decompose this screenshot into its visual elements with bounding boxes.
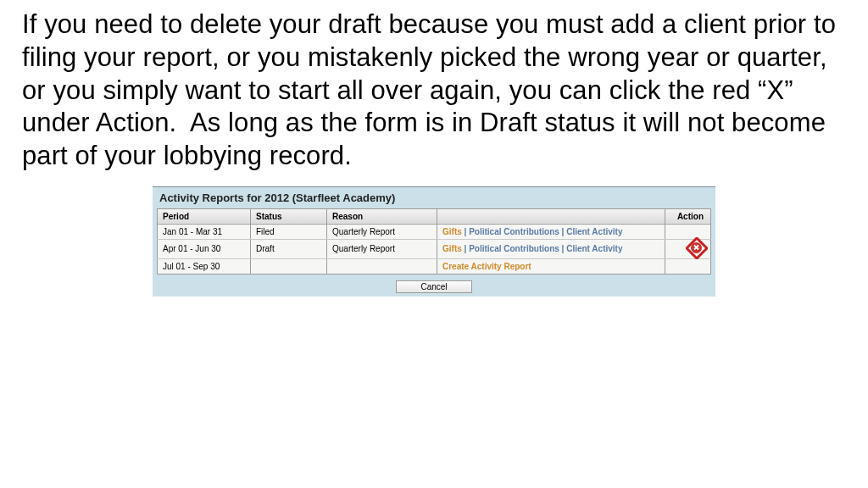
link-sep: | [462,227,469,236]
cell-reason [327,258,437,274]
instruction-paragraph: If you need to delete your draft because… [0,0,868,178]
link-sep: | [559,227,566,236]
cell-links: Gifts | Political Contributions | Client… [437,224,665,239]
cell-status: Draft [251,239,327,258]
col-links [437,208,665,224]
cell-period: Jul 01 - Sep 30 [158,258,251,274]
cell-period: Apr 01 - Jun 30 [158,239,251,258]
table-row: Apr 01 - Jun 30 Draft Quarterly Report G… [158,239,711,258]
delete-x-icon[interactable] [691,242,702,253]
cell-status [251,258,327,274]
cell-period: Jan 01 - Mar 31 [158,224,251,239]
link-client-activity[interactable]: Client Activity [566,244,622,253]
cell-reason: Quarterly Report [327,239,437,258]
table-row: Jan 01 - Mar 31 Filed Quarterly Report G… [158,224,711,239]
link-gifts[interactable]: Gifts [442,227,462,236]
link-sep: | [559,244,566,253]
link-political-contributions[interactable]: Political Contributions [469,227,559,236]
link-client-activity[interactable]: Client Activity [566,227,622,236]
col-action: Action [665,208,711,224]
cell-status: Filed [251,224,327,239]
table-header-row: Period Status Reason Action [158,208,711,224]
panel-title: Activity Reports for 2012 (Starfleet Aca… [153,187,715,208]
cancel-button[interactable]: Cancel [396,280,471,293]
cell-links: Create Activity Report [437,258,665,274]
col-period: Period [158,208,251,224]
link-gifts[interactable]: Gifts [442,244,462,253]
delete-wrap [685,242,702,256]
table-row: Jul 01 - Sep 30 Create Activity Report [158,258,711,274]
cell-reason: Quarterly Report [327,224,437,239]
cell-action [665,224,711,239]
link-create-activity-report[interactable]: Create Activity Report [442,262,531,271]
col-status: Status [251,208,327,224]
col-reason: Reason [327,208,437,224]
cell-action [665,239,711,258]
cell-links: Gifts | Political Contributions | Client… [437,239,665,258]
activity-reports-panel: Activity Reports for 2012 (Starfleet Aca… [153,186,715,297]
cell-action [665,258,711,274]
reports-table: Period Status Reason Action Jan 01 - Mar… [157,208,711,274]
link-political-contributions[interactable]: Political Contributions [469,244,559,253]
button-bar: Cancel [153,274,715,297]
link-sep: | [462,244,469,253]
